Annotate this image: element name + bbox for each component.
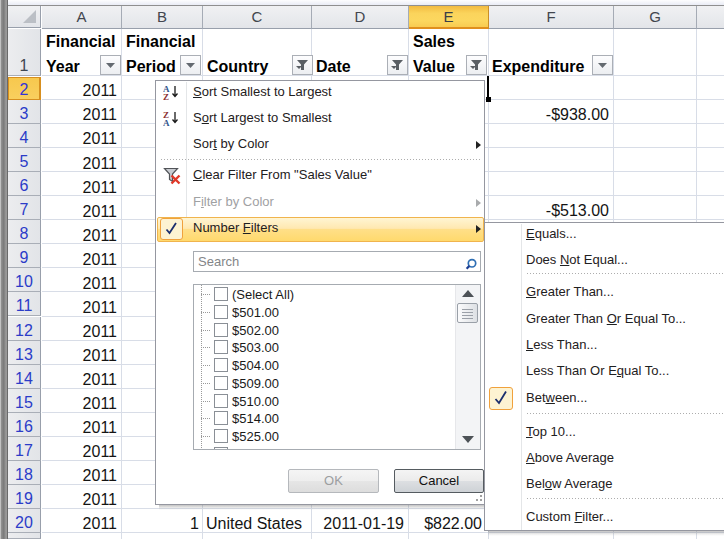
svg-text:A: A bbox=[163, 118, 170, 127]
svg-text:Z: Z bbox=[163, 92, 169, 101]
